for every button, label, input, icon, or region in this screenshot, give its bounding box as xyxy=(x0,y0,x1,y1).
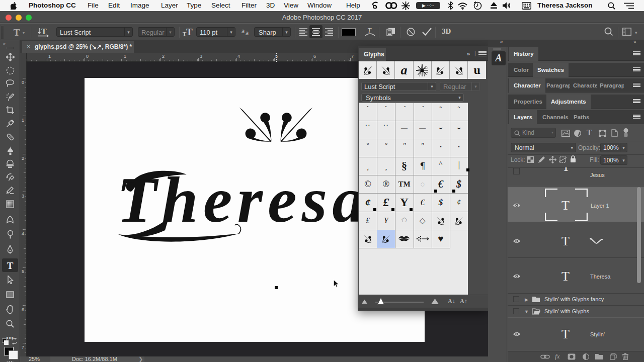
svg-text:T: T xyxy=(41,27,47,36)
